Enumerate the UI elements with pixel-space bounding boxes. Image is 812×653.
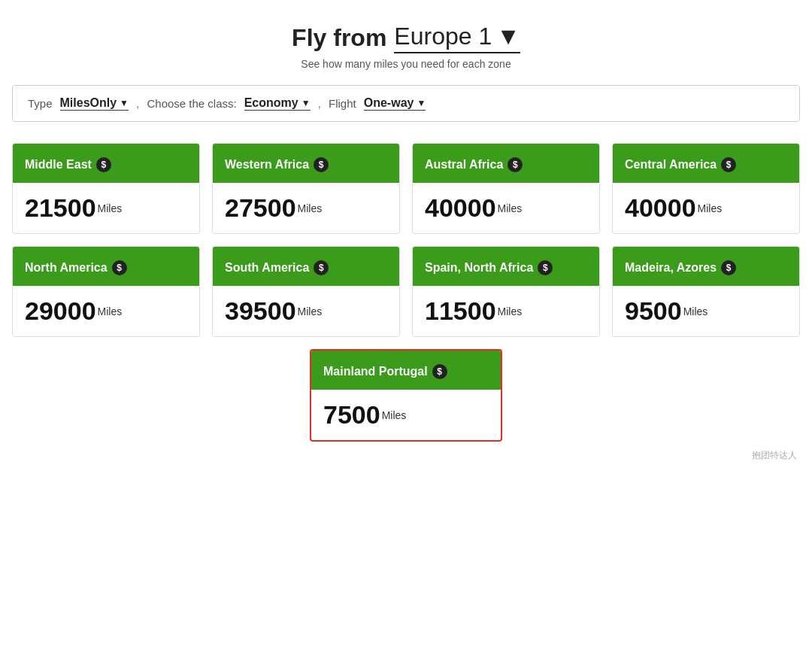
card-miles-north-america: 29000 <box>25 296 96 325</box>
card-name-middle-east: Middle East <box>25 158 92 172</box>
type-label: Type <box>28 97 53 110</box>
selected-card[interactable]: Mainland Portugal $ 7500Miles <box>310 349 502 442</box>
selected-card-miles: 7500 <box>323 400 380 429</box>
info-icon-madeira-azores: $ <box>721 260 736 275</box>
card-miles-middle-east: 21500 <box>25 193 96 222</box>
card-header-madeira-azores: Madeira, Azores $ <box>613 247 799 286</box>
card-name-western-africa: Western Africa <box>225 158 309 172</box>
info-icon-middle-east: $ <box>96 157 111 172</box>
card-header-austral-africa: Austral Africa $ <box>413 144 599 183</box>
card-header-western-africa: Western Africa $ <box>213 144 399 183</box>
cards-grid: Middle East $ 21500Miles Western Africa … <box>12 143 800 337</box>
bottom-row: Mainland Portugal $ 7500Miles <box>12 349 800 442</box>
selected-card-miles-label: Miles <box>382 409 407 421</box>
filter-separator-1: , <box>136 97 139 111</box>
filter-separator-2: , <box>318 97 321 111</box>
card-middle-east[interactable]: Middle East $ 21500Miles <box>12 143 200 234</box>
card-body-madeira-azores: 9500Miles <box>613 286 799 336</box>
card-header-south-america: South America $ <box>213 247 399 286</box>
flight-dropdown[interactable]: One-way ▼ <box>364 96 426 111</box>
header-title: Fly from Europe 1 ▼ <box>292 23 520 53</box>
watermark: 抱团特达人 <box>12 449 800 462</box>
info-icon-spain-north-africa: $ <box>538 260 553 275</box>
card-miles-central-america: 40000 <box>625 193 696 222</box>
card-name-north-america: North America <box>25 261 108 275</box>
card-header-central-america: Central America $ <box>613 144 799 183</box>
info-icon-central-america: $ <box>721 157 736 172</box>
card-miles-south-america: 39500 <box>225 296 296 325</box>
type-value: MilesOnly <box>60 96 117 110</box>
filter-bar: Type MilesOnly ▼ , Choose the class: Eco… <box>12 85 800 122</box>
card-madeira-azores[interactable]: Madeira, Azores $ 9500Miles <box>612 246 800 337</box>
info-icon-austral-africa: $ <box>508 157 523 172</box>
card-name-south-america: South America <box>225 261 309 275</box>
card-name-madeira-azores: Madeira, Azores <box>625 261 717 275</box>
card-header-spain-north-africa: Spain, North Africa $ <box>413 247 599 286</box>
card-miles-western-africa: 27500 <box>225 193 296 222</box>
card-header-middle-east: Middle East $ <box>13 144 199 183</box>
card-miles-label-austral-africa: Miles <box>498 202 523 214</box>
selected-card-body: 7500Miles <box>311 390 501 440</box>
card-name-austral-africa: Austral Africa <box>425 158 503 172</box>
card-miles-label-madeira-azores: Miles <box>683 305 708 317</box>
card-body-north-america: 29000Miles <box>13 286 199 336</box>
type-chevron-icon: ▼ <box>120 98 129 108</box>
destination-value: Europe 1 <box>394 23 492 50</box>
card-name-central-america: Central America <box>625 158 717 172</box>
card-miles-label-western-africa: Miles <box>298 202 323 214</box>
card-body-spain-north-africa: 11500Miles <box>413 286 599 336</box>
card-miles-label-spain-north-africa: Miles <box>498 305 523 317</box>
class-dropdown[interactable]: Economy ▼ <box>244 96 311 111</box>
selected-card-header: Mainland Portugal $ <box>311 351 501 390</box>
card-miles-label-north-america: Miles <box>98 305 123 317</box>
chevron-down-icon: ▼ <box>496 23 520 50</box>
card-western-africa[interactable]: Western Africa $ 27500Miles <box>212 143 400 234</box>
card-miles-label-middle-east: Miles <box>98 202 123 214</box>
card-miles-spain-north-africa: 11500 <box>425 296 496 325</box>
class-value: Economy <box>244 96 298 110</box>
card-austral-africa[interactable]: Austral Africa $ 40000Miles <box>412 143 600 234</box>
page-header: Fly from Europe 1 ▼ See how many miles y… <box>12 15 800 70</box>
card-body-middle-east: 21500Miles <box>13 183 199 233</box>
fly-from-label: Fly from <box>292 24 386 52</box>
card-central-america[interactable]: Central America $ 40000Miles <box>612 143 800 234</box>
flight-label: Flight <box>329 97 356 110</box>
card-miles-austral-africa: 40000 <box>425 193 496 222</box>
card-name-spain-north-africa: Spain, North Africa <box>425 261 533 275</box>
card-south-america[interactable]: South America $ 39500Miles <box>212 246 400 337</box>
card-north-america[interactable]: North America $ 29000Miles <box>12 246 200 337</box>
info-icon-north-america: $ <box>112 260 127 275</box>
class-label: Choose the class: <box>147 97 236 110</box>
card-body-central-america: 40000Miles <box>613 183 799 233</box>
card-spain-north-africa[interactable]: Spain, North Africa $ 11500Miles <box>412 246 600 337</box>
card-body-western-africa: 27500Miles <box>213 183 399 233</box>
card-miles-label-central-america: Miles <box>698 202 723 214</box>
card-header-north-america: North America $ <box>13 247 199 286</box>
card-body-south-america: 39500Miles <box>213 286 399 336</box>
subtitle: See how many miles you need for each zon… <box>12 58 800 70</box>
selected-card-info-icon: $ <box>432 364 447 379</box>
destination-dropdown[interactable]: Europe 1 ▼ <box>394 23 520 53</box>
card-miles-madeira-azores: 9500 <box>625 296 682 325</box>
card-miles-label-south-america: Miles <box>298 305 323 317</box>
class-chevron-icon: ▼ <box>301 98 311 108</box>
flight-chevron-icon: ▼ <box>417 98 426 108</box>
selected-card-name: Mainland Portugal <box>323 365 428 378</box>
info-icon-western-africa: $ <box>314 157 329 172</box>
type-dropdown[interactable]: MilesOnly ▼ <box>60 96 129 111</box>
info-icon-south-america: $ <box>314 260 329 275</box>
card-body-austral-africa: 40000Miles <box>413 183 599 233</box>
flight-value: One-way <box>364 96 414 110</box>
